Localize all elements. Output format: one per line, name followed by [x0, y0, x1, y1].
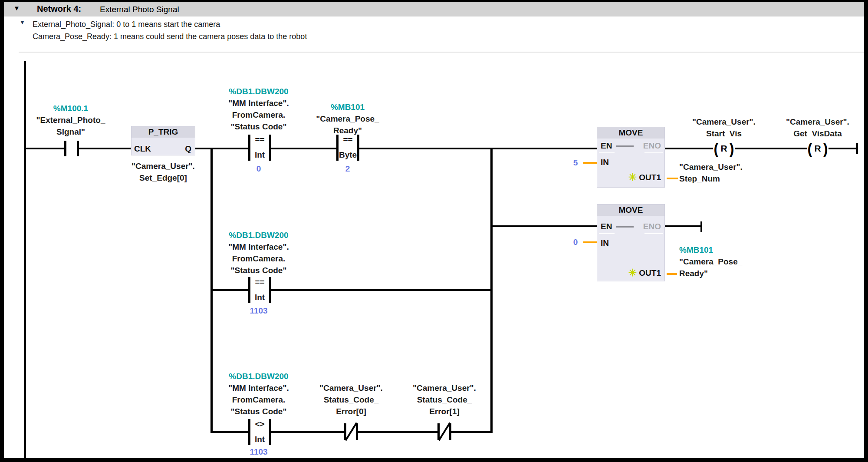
coil-start-vis-tag-line1: "Camera_User".	[672, 116, 776, 128]
move1-box[interactable]: MOVE EN ENO IN ✳ OUT1	[597, 127, 665, 188]
nc-contact-status-code-error1[interactable]	[437, 423, 451, 440]
nc-error1-operand[interactable]: "Camera_User". Status_Code_ Error[1]	[392, 382, 496, 417]
contact-leg	[356, 423, 358, 440]
cmp-eq1103-operator: ==	[248, 277, 271, 287]
cmp-eq1103-operand[interactable]: %DB1.DBW200 "MM Interface". FromCamera. …	[207, 229, 311, 276]
move2-out-star-icon: ✳	[628, 268, 637, 278]
move1-out-operand[interactable]: "Camera_User". Step_Num	[679, 161, 743, 185]
network-collapse-icon[interactable]: ▼	[13, 4, 20, 12]
p-trig-box[interactable]: P_TRIG CLK Q	[131, 126, 195, 155]
nc-error0-operand[interactable]: "Camera_User". Status_Code_ Error[0]	[299, 382, 403, 417]
cmp-pose-tag-line1: "Camera_Pose_	[296, 113, 400, 125]
cmp-pose-type: Byte	[336, 150, 359, 160]
move1-out-port: OUT1	[639, 173, 661, 182]
frame-right	[864, 0, 868, 462]
cmp-eq1103-type: Int	[248, 292, 271, 303]
cmp-ne1103-operand[interactable]: %DB1.DBW200 "MM Interface". FromCamera. …	[207, 370, 311, 417]
p-trig-tag-line1: "Camera_User".	[111, 160, 215, 172]
cmp-eq1103-tag-line3: "Status Code"	[207, 264, 311, 276]
contact-leg	[77, 141, 79, 156]
coil-paren-left: (	[807, 141, 812, 156]
cmp-pose-operand[interactable]: %MB101 "Camera_Pose_ Ready"	[296, 101, 400, 136]
rung-wire-main	[24, 148, 597, 149]
contact-photo-operand[interactable]: %M100.1 "External_Photo_ Signal"	[19, 102, 123, 138]
cmp-ne1103-operator: <>	[248, 419, 271, 429]
cmp-eq0-address[interactable]: %DB1.DBW200	[207, 86, 311, 97]
coil-start-vis-operand[interactable]: "Camera_User". Start_Vis	[672, 116, 776, 139]
move1-out-star-icon: ✳	[628, 172, 637, 182]
cmp-ne1103-address[interactable]: %DB1.DBW200	[207, 370, 311, 382]
cmp-eq1103-value[interactable]: 1103	[207, 306, 311, 316]
cmp-eq1103-tag-line1: "MM Interface".	[207, 241, 311, 253]
move1-in-value[interactable]: 5	[569, 158, 582, 168]
move2-in-value[interactable]: 0	[569, 238, 582, 247]
move2-out-wire	[667, 273, 677, 275]
move1-in-wire	[583, 162, 597, 164]
move2-eno-end-tick	[700, 221, 702, 232]
nc-error1-tag-line2: Status_Code_	[392, 394, 496, 406]
cmp-eq0-tag-line3: "Status Code"	[207, 121, 311, 132]
move1-eno-underline	[644, 152, 663, 153]
comment-collapse-icon[interactable]: ▼	[20, 19, 25, 26]
compare-contact-ne-int-1103[interactable]: <> Int	[248, 419, 271, 445]
contact-leg	[449, 423, 451, 440]
move2-in-wire	[583, 241, 597, 243]
compare-contact-eq-int-1103[interactable]: == Int	[248, 277, 271, 303]
cmp-pose-value[interactable]: 2	[296, 164, 400, 174]
coil-start-vis-symbol: R	[720, 143, 727, 154]
ladder-editor-canvas: ▼ Network 4: External Photo Signal ▼ Ext…	[0, 0, 868, 462]
move1-en-port: EN	[601, 142, 612, 150]
move2-en-underline	[599, 233, 615, 234]
nc-contact-status-code-error0[interactable]	[344, 423, 358, 440]
frame-bottom	[0, 458, 868, 462]
compare-contact-eq-byte-2[interactable]: == Byte	[336, 135, 359, 161]
cmp-ne1103-type: Int	[248, 434, 271, 445]
move2-box[interactable]: MOVE EN ENO IN ✳ OUT1	[597, 204, 665, 281]
rung-wire-output	[665, 148, 858, 149]
reset-coil-start-vis[interactable]: (R)	[713, 140, 735, 157]
move2-eno-wire	[665, 225, 702, 227]
coil-get-visdata-tag-line1: "Camera_User".	[766, 116, 868, 128]
move1-in-port: IN	[601, 158, 609, 167]
cmp-ne1103-tag-line2: FromCamera.	[207, 394, 311, 406]
cmp-ne1103-value[interactable]: 1103	[207, 447, 311, 457]
contact-photo-address[interactable]: %M100.1	[19, 102, 123, 114]
move2-eno-underline	[644, 233, 663, 234]
cmp-eq0-type: Int	[248, 150, 271, 160]
network-title[interactable]: External Photo Signal	[100, 5, 179, 14]
cmp-pose-operator: ==	[336, 135, 359, 145]
move1-out-wire	[667, 178, 678, 179]
network-title-bar[interactable]: ▼ Network 4: External Photo Signal	[4, 2, 864, 16]
comment-line-2[interactable]: Camera_Pose_Ready: 1 means could send th…	[33, 31, 307, 42]
move2-out-tag-line2: Ready"	[679, 267, 742, 279]
nc-error0-tag-line1: "Camera_User".	[299, 382, 403, 394]
coil-get-visdata-operand[interactable]: "Camera_User". Get_VisData	[766, 116, 868, 139]
move2-out-address[interactable]: %MB101	[679, 244, 742, 256]
cmp-eq0-value[interactable]: 0	[207, 164, 311, 174]
no-contact-external-photo-signal[interactable]	[64, 141, 79, 156]
network-label[interactable]: Network 4:	[37, 4, 81, 14]
branch-wire-move2	[490, 225, 597, 227]
rung-end-tick	[856, 143, 858, 154]
cmp-eq0-operator: ==	[248, 135, 271, 145]
move2-eno-port: ENO	[643, 222, 661, 231]
reset-coil-get-visdata[interactable]: (R)	[807, 140, 829, 157]
comment-line-1[interactable]: External_Photo_Signal: 0 to 1 means star…	[33, 19, 220, 30]
cmp-ne1103-tag-line1: "MM Interface".	[207, 382, 311, 394]
coil-get-visdata-tag-line2: Get_VisData	[766, 128, 868, 139]
cmp-eq1103-address[interactable]: %DB1.DBW200	[207, 229, 311, 241]
contact-photo-tag-line1: "External_Photo_	[19, 114, 123, 126]
coil-start-vis-tag-line2: Start_Vis	[672, 128, 776, 139]
nc-error1-tag-line1: "Camera_User".	[392, 382, 496, 394]
compare-contact-eq-int-0[interactable]: == Int	[248, 135, 271, 161]
move1-eno-port: ENO	[643, 142, 661, 150]
move2-title: MOVE	[597, 205, 664, 216]
cmp-eq0-operand[interactable]: %DB1.DBW200 "MM Interface". FromCamera. …	[207, 86, 311, 132]
coil-paren-right: )	[823, 141, 828, 156]
p-trig-q-port: Q	[185, 145, 191, 153]
move2-out-port: OUT1	[639, 269, 661, 277]
move2-out-operand[interactable]: %MB101 "Camera_Pose_ Ready"	[679, 244, 742, 279]
cmp-pose-address[interactable]: %MB101	[296, 101, 400, 113]
p-trig-title: P_TRIG	[132, 126, 195, 138]
p-trig-operand[interactable]: "Camera_User". Set_Edge[0]	[111, 160, 215, 184]
